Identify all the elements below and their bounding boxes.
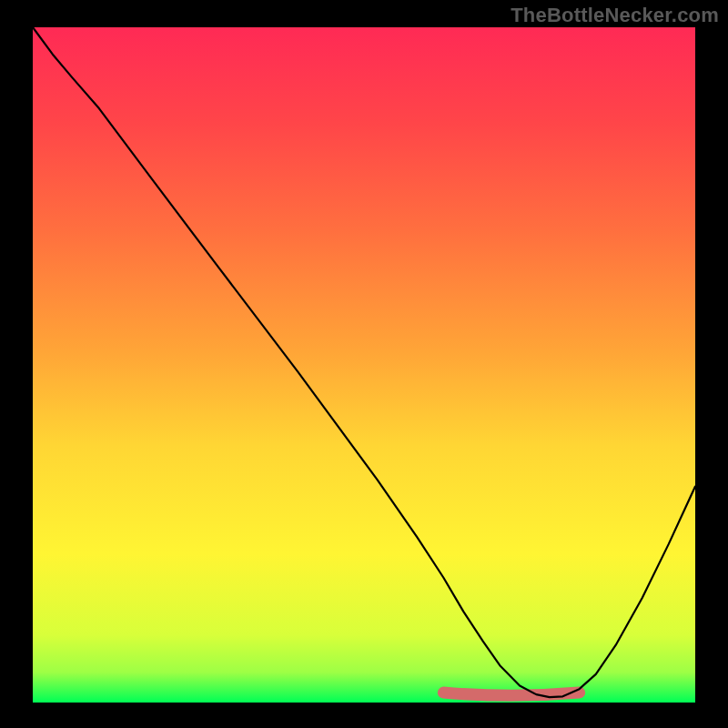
plot-background [33, 27, 695, 703]
flat-bottom-segment [443, 693, 579, 695]
chart-container: TheBottleNecker.com [0, 0, 728, 728]
watermark-text: TheBottleNecker.com [511, 4, 719, 27]
bottleneck-chart [0, 0, 728, 728]
